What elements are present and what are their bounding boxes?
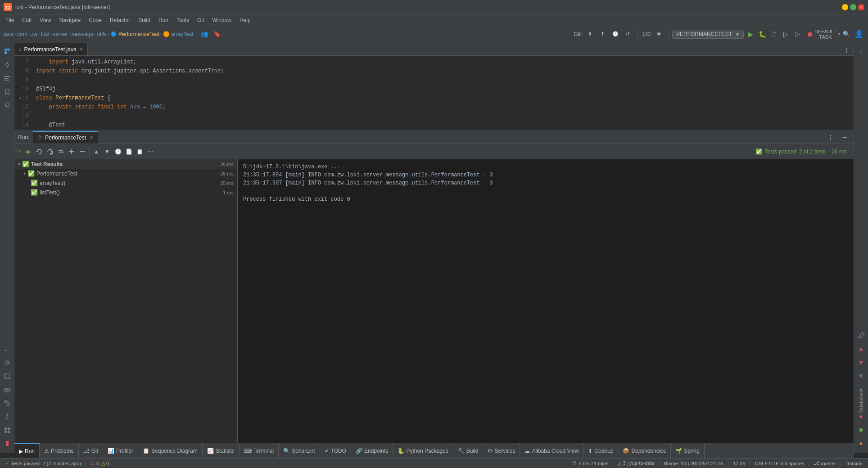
right-sidebar-down[interactable]: ▼: [856, 357, 867, 368]
run-panel-more-options[interactable]: ⋮: [825, 132, 836, 143]
breadcrumb-message[interactable]: message: [72, 31, 94, 37]
breadcrumb-utils[interactable]: utils: [97, 31, 106, 37]
test-method-listtest[interactable]: ✅ listTest() 1 ms: [14, 188, 237, 197]
menu-window[interactable]: Window: [208, 16, 235, 25]
sidebar-icon-grid[interactable]: [2, 425, 13, 436]
bottom-tab-build[interactable]: 🔨 Build: [453, 443, 484, 458]
editor-tab-performancetest[interactable]: J PerformanceTest.java ✕: [14, 43, 88, 55]
breadcrumb-server[interactable]: server: [53, 31, 68, 37]
status-blame[interactable]: Blame: You 2022/5/7 21:35: [662, 461, 725, 466]
breadcrumb-arraytest[interactable]: 🟠 arrayTest: [163, 31, 194, 37]
sidebar-icon-upload[interactable]: [2, 411, 13, 422]
sidebar-icon-notifications[interactable]: [2, 100, 13, 111]
import-button[interactable]: 📋: [135, 147, 145, 157]
console-output[interactable]: D:\jdk-17.0.1\bin\java.exe ... 21:35:17.…: [238, 159, 854, 453]
menu-git[interactable]: Git: [194, 16, 208, 25]
git-rollback-button[interactable]: ↺: [623, 29, 633, 40]
run-config-dropdown[interactable]: PERFORMANCETEST ▼: [672, 30, 744, 39]
bottom-tab-run[interactable]: ▶ Run: [14, 443, 40, 458]
sidebar-icon-bookmarks[interactable]: [2, 86, 13, 97]
breadcrumb-performancetest[interactable]: 🔷 PerformanceTest: [110, 31, 159, 37]
editor-options-button[interactable]: ⋮: [841, 45, 852, 55]
test-results-root[interactable]: ▾ ✅ Test Results 26 ms: [14, 159, 237, 169]
breadcrumb-java[interactable]: java: [4, 31, 14, 37]
menu-edit[interactable]: Edit: [18, 16, 35, 25]
code-content[interactable]: import java.util.ArrayList; import stati…: [32, 56, 854, 130]
sidebar-icon-alibaba[interactable]: ☁: [2, 344, 13, 355]
status-time[interactable]: ⏱ 5 hrs 21 mins: [570, 461, 610, 466]
breadcrumb-com[interactable]: com: [17, 31, 27, 37]
bottom-tab-todo[interactable]: ✔ TODO: [320, 443, 351, 458]
next-test-button[interactable]: ▼: [102, 147, 112, 157]
bottom-tab-profiler[interactable]: 📊 Profiler: [103, 443, 138, 458]
right-sidebar-check[interactable]: ✓: [856, 46, 867, 57]
test-class-performancetest[interactable]: ▾ ✅ PerformanceTest 26 ms: [14, 169, 237, 178]
breadcrumb-zw[interactable]: zw: [31, 31, 38, 37]
number-button[interactable]: 123: [641, 29, 652, 40]
bookmark-button[interactable]: 🔖: [212, 29, 222, 40]
menu-build[interactable]: Build: [135, 16, 154, 25]
menu-help[interactable]: Help: [236, 16, 254, 25]
export-button[interactable]: 📄: [124, 147, 134, 157]
sidebar-icon-structure[interactable]: [2, 73, 13, 84]
right-sidebar-up[interactable]: ▲: [856, 344, 867, 355]
bottom-tab-codeup[interactable]: ⬆ Codeup: [583, 443, 618, 458]
run-tests-button[interactable]: ▶: [23, 147, 33, 157]
search-everywhere-button[interactable]: 🔍: [841, 29, 852, 40]
bottom-tab-statistic[interactable]: 📈 Statistic: [203, 443, 240, 458]
git-push-button[interactable]: ⬆: [597, 29, 608, 40]
test-method-arraytest[interactable]: ✅ arrayTest() 25 ms: [14, 178, 237, 188]
sidebar-icon-commit[interactable]: [2, 59, 13, 70]
status-position[interactable]: 17:36: [731, 461, 747, 466]
bottom-tab-alibaba[interactable]: ☁ Alibaba Cloud View: [520, 443, 583, 458]
stop-button[interactable]: ⏹: [805, 29, 815, 39]
menu-navigate[interactable]: Navigate: [56, 16, 84, 25]
prev-test-button[interactable]: ▲: [91, 147, 101, 157]
collapse-all-button[interactable]: [77, 147, 87, 157]
more-options-button[interactable]: ⋯: [145, 147, 155, 157]
bottom-tab-sequence-diagram[interactable]: 📋 Sequence Diagram: [138, 443, 203, 458]
rerun-failed-button[interactable]: [34, 147, 44, 157]
git-update-button[interactable]: ⬇: [585, 29, 596, 40]
run-tab-close[interactable]: ✕: [90, 135, 93, 140]
right-sidebar-edit[interactable]: [856, 330, 867, 341]
run-panel-minimize[interactable]: ─: [839, 132, 850, 143]
right-sidebar-db[interactable]: Database: [856, 398, 867, 409]
bottom-tab-git[interactable]: ⎇ Git: [79, 443, 103, 458]
sort-failed-button[interactable]: [56, 147, 66, 157]
status-branch[interactable]: ⎇ master: [812, 460, 838, 466]
clock-button[interactable]: 🕐: [113, 147, 123, 157]
right-sidebar-green-square[interactable]: ■: [856, 425, 867, 436]
user-button[interactable]: 👤: [854, 29, 864, 40]
coverage-button[interactable]: ⏱: [769, 29, 779, 39]
asterisk-button[interactable]: ✱: [654, 29, 665, 40]
right-sidebar-down2[interactable]: ▼: [856, 371, 867, 382]
minimize-button[interactable]: ─: [842, 4, 848, 10]
more-run-options[interactable]: ▷: [792, 29, 803, 40]
run-button[interactable]: ▶: [746, 29, 755, 39]
profile-button[interactable]: ▷: [781, 29, 791, 39]
run-panel-tab-performancetest[interactable]: ⏱ PerformanceTest ✕: [33, 131, 98, 144]
right-sidebar-orange[interactable]: ●: [856, 438, 867, 449]
vcs-update-button[interactable]: 👥: [199, 29, 210, 40]
menu-view[interactable]: View: [36, 16, 55, 25]
default-task-button[interactable]: DEFAULT TASK ▼: [823, 29, 833, 40]
bottom-tab-spring[interactable]: 🌱 Spring: [671, 443, 705, 458]
status-encoding[interactable]: CRLF UTF-8 4 spaces: [753, 461, 806, 466]
git-history-button[interactable]: 🕐: [610, 29, 621, 40]
menu-run[interactable]: Run: [155, 16, 172, 25]
status-tests-passed[interactable]: ✓ Tests passed: 2 (2 minutes ago): [4, 459, 83, 468]
sidebar-icon-bookmark2[interactable]: [2, 438, 13, 449]
expand-all-button[interactable]: [67, 147, 77, 157]
menu-file[interactable]: File: [2, 16, 18, 25]
rerun-all-button[interactable]: [45, 147, 55, 157]
close-button[interactable]: ✕: [858, 4, 864, 10]
sidebar-icon-project[interactable]: [2, 46, 13, 57]
status-darcula[interactable]: Darcula: [844, 461, 864, 466]
menu-refactor[interactable]: Refactor: [106, 16, 134, 25]
debug-button[interactable]: 🐛: [757, 29, 767, 39]
maximize-button[interactable]: □: [850, 4, 856, 10]
bottom-tab-dependencies[interactable]: 📦 Dependencies: [618, 443, 671, 458]
bottom-tab-services[interactable]: ⚙ Services: [483, 443, 520, 458]
sidebar-icon-dependencies[interactable]: [2, 398, 13, 409]
